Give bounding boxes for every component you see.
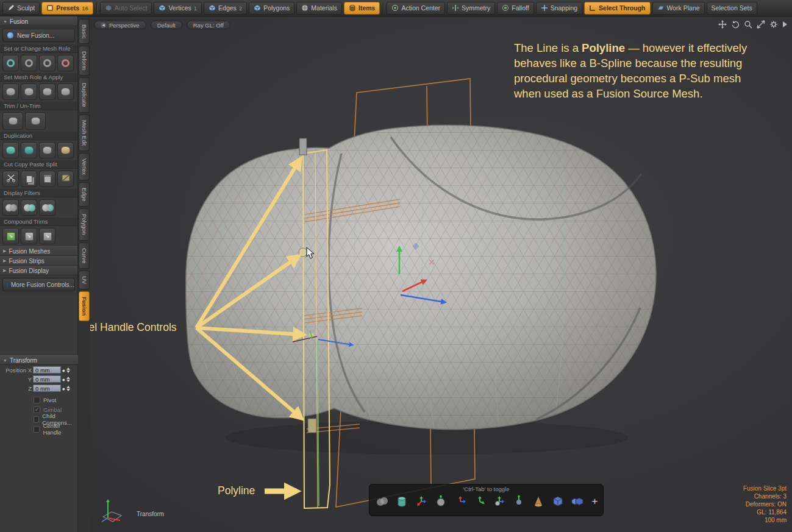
perspective-menu-icon[interactable]: ◀	[101, 23, 106, 28]
gimbal-checkbox[interactable]: ✓	[34, 406, 40, 413]
duplicate-freeze-button[interactable]	[57, 142, 74, 158]
trim-button[interactable]	[2, 112, 23, 130]
toolbar-button-action-center[interactable]: Action Center	[387, 2, 445, 15]
filter-source-button[interactable]	[21, 199, 37, 216]
shading-dropdown[interactable]: Default	[151, 21, 182, 29]
pivot-checkbox[interactable]	[34, 397, 40, 403]
role-remove-button[interactable]	[57, 55, 74, 71]
tab-vertex[interactable]: Vertex	[79, 153, 90, 180]
toolbar-button-auto-select[interactable]: Auto Select	[100, 2, 152, 15]
apply-remove-icon	[61, 88, 70, 96]
pan-icon[interactable]	[718, 20, 727, 29]
tab-mesh-edit[interactable]: Mesh Edit	[79, 115, 90, 151]
axis-rotate-icon[interactable]	[512, 494, 527, 509]
channel-diamond-icon[interactable]: ◆	[62, 386, 65, 391]
compound-new-button[interactable]: ↘	[2, 228, 19, 244]
fusion-display-section[interactable]: ▶ Fusion Display	[0, 266, 77, 275]
element-move-icon[interactable]	[473, 494, 488, 509]
toolbar-button-items[interactable]: Items	[344, 2, 380, 15]
fusion-meshes-section[interactable]: ▶ Fusion Meshes	[0, 246, 77, 256]
fusion-strips-section[interactable]: ▶ Fusion Strips	[0, 256, 77, 266]
more-fusion-controls-button[interactable]: More Fusion Controls...	[2, 278, 75, 291]
polyline-bottom-handle[interactable]	[308, 419, 316, 433]
move-tool-icon[interactable]	[453, 494, 468, 509]
center-handle-checkbox-row: Center Handle	[0, 424, 78, 434]
expand-panel-icon[interactable]	[782, 21, 788, 28]
fusion-section-header[interactable]: ▼ Fusion	[0, 16, 77, 26]
cube-item-icon[interactable]	[551, 494, 566, 509]
tab-curve[interactable]: Curve	[79, 243, 90, 269]
transform-move-icon[interactable]	[414, 494, 429, 509]
copy-button[interactable]	[21, 171, 37, 187]
snapping-icon	[541, 4, 548, 12]
position-y-stepper[interactable]	[66, 377, 70, 382]
apply-remove-button[interactable]	[57, 83, 74, 100]
position-y-field[interactable]	[33, 375, 61, 383]
toolbar-separator	[96, 2, 97, 13]
falloff-cone-icon[interactable]	[531, 494, 546, 509]
tab-fusion[interactable]: Fusion	[79, 291, 90, 321]
zoom-icon[interactable]	[744, 20, 752, 29]
duplicate-mesh-button[interactable]	[39, 142, 55, 158]
toolbar-button-presets[interactable]: Presets 16	[41, 2, 93, 15]
fusion-mesh[interactable]	[186, 125, 656, 429]
toolbar-button-snapping[interactable]: Snapping	[536, 2, 582, 15]
tab-polygon[interactable]: Polygon	[79, 208, 90, 240]
duplicate-fusion-button[interactable]	[2, 142, 19, 158]
duplicate-instance-button[interactable]	[21, 142, 37, 158]
role-primary-button[interactable]	[2, 55, 19, 71]
rotate-view-icon[interactable]	[731, 20, 740, 29]
ghost-meshes-icon[interactable]	[375, 494, 390, 509]
tab-deform[interactable]: Deform	[79, 46, 90, 76]
maximize-icon[interactable]	[757, 20, 765, 29]
channel-diamond-icon[interactable]: ◆	[62, 377, 65, 381]
position-x-field[interactable]	[33, 366, 61, 374]
perspective-dropdown[interactable]: ◀ Perspective	[94, 21, 146, 29]
tab-edge[interactable]: Edge	[79, 182, 90, 207]
filter-all-button[interactable]	[2, 199, 19, 216]
position-x-stepper[interactable]	[66, 367, 70, 373]
position-z-field[interactable]	[33, 385, 61, 392]
apply-add-button[interactable]	[39, 83, 55, 100]
filter-output-button[interactable]	[39, 199, 55, 216]
child-move-icon[interactable]	[492, 494, 507, 509]
toolbar-button-selection-sets[interactable]: Selection Sets	[707, 2, 757, 15]
apply-primary-button[interactable]	[2, 83, 19, 100]
toolbar-button-polygons[interactable]: Polygons	[249, 2, 294, 15]
toolbar-button-symmetry[interactable]: Symmetry	[447, 2, 495, 15]
role-trim-button[interactable]	[21, 55, 37, 71]
toolbar-button-falloff[interactable]: Falloff	[497, 2, 533, 15]
remove-role-icon	[62, 59, 70, 67]
polyline-top-handle[interactable]	[299, 138, 307, 155]
child-compens-checkbox[interactable]	[34, 416, 39, 423]
raygl-dropdown[interactable]: Ray GL: Off	[187, 21, 230, 29]
paste-button[interactable]	[39, 171, 55, 187]
transform-section-header[interactable]: ▼ Transform	[0, 355, 78, 365]
compound-add-button[interactable]: ↘	[21, 228, 37, 244]
toolbar-button-materials[interactable]: Materials	[296, 2, 342, 15]
sphere-deform-icon[interactable]	[433, 494, 449, 509]
new-fusion-button[interactable]: New Fusion...	[2, 29, 75, 42]
channel-handle-hovered[interactable]	[299, 248, 307, 257]
position-z-stepper[interactable]	[66, 386, 70, 391]
gear-icon[interactable]	[769, 20, 778, 29]
tab-duplicate[interactable]: Duplicate	[79, 77, 90, 113]
palette-add-button[interactable]: +	[592, 495, 598, 508]
toolbar-button-edges[interactable]: Edges 2	[204, 2, 247, 15]
compound-remove-button[interactable]: ↘	[39, 228, 55, 244]
untrim-button[interactable]	[25, 112, 46, 130]
apply-trim-button[interactable]	[21, 83, 37, 100]
toolbar-button-sculpt[interactable]: Sculpt	[2, 2, 40, 15]
cube-group-icon[interactable]	[570, 494, 585, 509]
channel-diamond-icon[interactable]: ◆	[62, 368, 65, 372]
tab-basic[interactable]: Basic	[79, 19, 90, 44]
primitive-cylinder-icon[interactable]	[394, 494, 410, 509]
cut-button[interactable]	[2, 171, 19, 187]
split-button[interactable]	[57, 171, 74, 187]
center-handle-checkbox[interactable]	[34, 426, 40, 433]
toolbar-button-work-plane[interactable]: Work Plane	[652, 2, 705, 15]
toolbar-button-vertices[interactable]: Vertices 1	[154, 2, 202, 15]
role-add-button[interactable]	[39, 55, 55, 71]
toolbar-button-select-through[interactable]: Select Through	[584, 2, 650, 15]
tab-uv[interactable]: UV	[79, 271, 90, 289]
